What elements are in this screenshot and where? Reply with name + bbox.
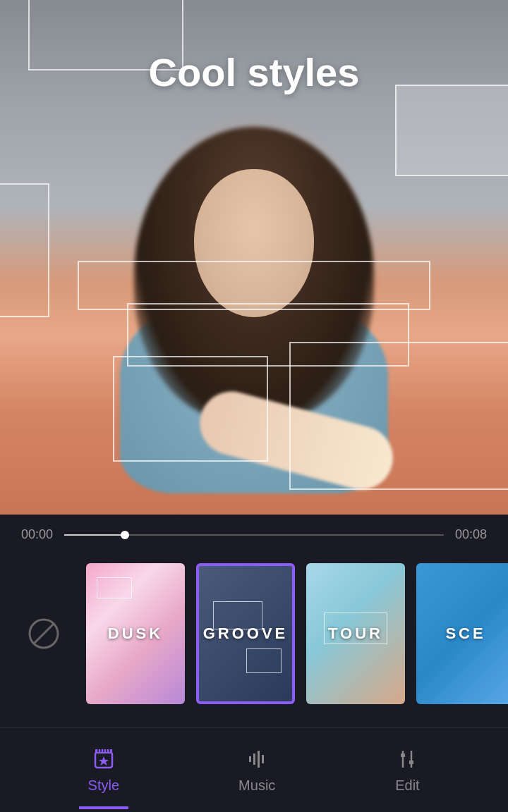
music-icon [244, 746, 270, 772]
current-time: 00:00 [21, 527, 53, 542]
preview-title: Cool styles [0, 49, 508, 95]
style-label: DUSK [108, 625, 163, 643]
style-card-scene[interactable]: SCE [416, 563, 508, 704]
tab-music[interactable]: Music [238, 746, 275, 794]
tab-label: Edit [395, 777, 419, 794]
timeline-playhead[interactable] [121, 531, 129, 539]
svg-line-1 [34, 624, 54, 644]
timeline: 00:00 00:08 [0, 515, 508, 549]
total-time: 00:08 [455, 527, 487, 542]
style-card-dusk[interactable]: DUSK [86, 563, 185, 704]
overlay-frame [289, 342, 508, 490]
style-card-tour[interactable]: TOUR [306, 563, 405, 704]
overlay-frame [113, 356, 268, 462]
svg-rect-16 [409, 761, 413, 764]
tab-edit[interactable]: Edit [394, 746, 420, 794]
style-card-groove[interactable]: GROOVE [196, 563, 295, 704]
bottom-tabs: Style Music Edit [0, 727, 508, 812]
style-label: GROOVE [203, 625, 289, 643]
svg-rect-11 [258, 751, 260, 768]
timeline-track[interactable] [64, 534, 444, 536]
video-preview[interactable]: Cool styles [0, 0, 508, 515]
svg-rect-12 [262, 755, 264, 763]
svg-rect-15 [401, 753, 405, 757]
svg-rect-9 [249, 756, 251, 762]
overlay-frame [395, 85, 508, 176]
style-label: TOUR [328, 625, 383, 643]
tab-label: Style [88, 777, 119, 794]
tab-style[interactable]: Style [88, 746, 119, 794]
style-icon [91, 746, 116, 772]
none-icon [27, 617, 61, 651]
no-style-button[interactable] [21, 611, 66, 656]
svg-rect-10 [253, 753, 255, 765]
edit-icon [394, 746, 420, 772]
card-decoration [97, 577, 132, 598]
card-decoration [246, 648, 282, 673]
tab-label: Music [238, 777, 275, 794]
styles-list[interactable]: DUSK GROOVE TOUR SCE [0, 549, 508, 718]
overlay-frame [0, 183, 49, 317]
timeline-progress [64, 534, 125, 536]
style-label: SCE [445, 625, 485, 643]
